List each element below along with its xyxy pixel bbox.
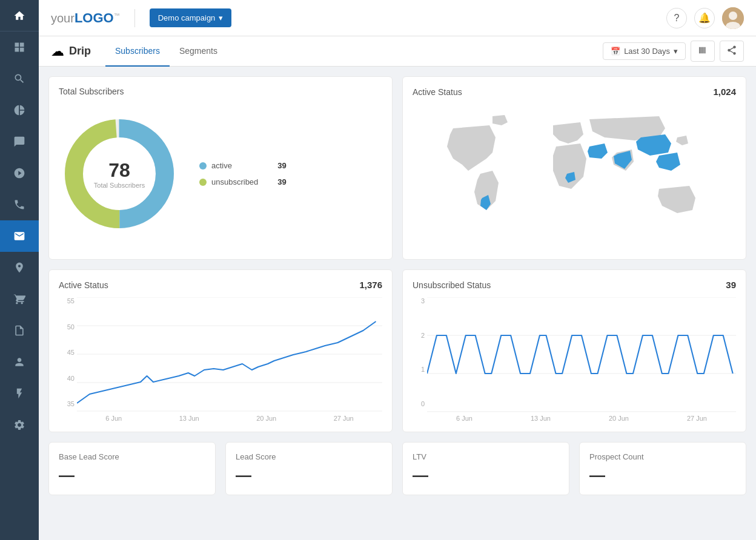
columns-button[interactable] [691, 41, 715, 62]
bottom-row: Base Lead Score — Lead Score — LTV — Pro… [48, 442, 746, 495]
help-icon: ? [674, 13, 680, 24]
world-map [413, 104, 736, 249]
subnav-tabs: Subscribers Segments [105, 36, 227, 67]
drip-title: Drip [69, 45, 91, 58]
x-label-13jun: 13 Jun [179, 415, 199, 422]
sidebar-item-reports[interactable] [0, 94, 39, 126]
base-lead-score-card: Base Lead Score — [48, 442, 216, 495]
sidebar-item-users[interactable] [0, 346, 39, 378]
date-filter-label: Last 30 Days [624, 47, 670, 56]
legend-item-active: active 39 [199, 161, 287, 170]
top-row: Total Subscribers 78 [48, 76, 746, 260]
unsubscribed-dot [199, 179, 207, 186]
x-label-20jun-unsub: 20 Jun [609, 415, 629, 422]
sidebar-item-dashboard[interactable] [0, 31, 39, 63]
total-subscribers-card: Total Subscribers 78 [48, 76, 393, 260]
active-status-map-card: Active Status 1,024 [402, 76, 746, 260]
sidebar-item-home[interactable] [0, 0, 39, 31]
sidebar-item-calls[interactable] [0, 189, 39, 220]
sidebar-item-location[interactable] [0, 252, 39, 283]
active-status-chart-header: Active Status 1,376 [59, 280, 382, 290]
avatar[interactable] [722, 7, 744, 29]
x-label-6jun: 6 Jun [105, 415, 122, 422]
sidebar-item-email[interactable] [0, 220, 39, 252]
date-filter-button[interactable]: 📅 Last 30 Days ▾ [603, 42, 686, 60]
y-label-0: 0 [413, 400, 425, 407]
x-label-20jun: 20 Jun [256, 415, 276, 422]
help-button[interactable]: ? [666, 8, 687, 28]
y-label-45: 45 [59, 349, 75, 356]
ltv-value: — [413, 466, 559, 485]
y-label-55: 55 [59, 297, 75, 305]
calendar-icon: 📅 [611, 47, 620, 56]
logo-area: yourLOGO™ Demo campaign ▾ [51, 8, 231, 27]
y-label-50: 50 [59, 323, 75, 331]
lead-score-value: — [236, 466, 382, 485]
unsub-line-chart [427, 297, 736, 412]
divider [134, 9, 135, 27]
unsubscribed-status-chart-value: 39 [726, 280, 736, 290]
sidebar-item-broadcast[interactable] [0, 157, 39, 189]
notifications-button[interactable]: 🔔 [694, 8, 715, 28]
main-area: yourLOGO™ Demo campaign ▾ ? 🔔 ☁ Drip [39, 0, 756, 540]
unsubscribed-count: 39 [263, 177, 286, 186]
unsubscribed-status-chart-header: Unsubscribed Status 39 [413, 280, 736, 290]
sidebar-item-ecommerce[interactable] [0, 283, 39, 315]
columns-icon [697, 45, 708, 58]
sidebar-item-settings[interactable] [0, 409, 39, 441]
x-label-13jun-unsub: 13 Jun [531, 415, 551, 422]
subnav-brand: ☁ Drip [51, 44, 91, 59]
share-button[interactable] [720, 41, 744, 62]
ltv-title: LTV [413, 452, 559, 461]
base-lead-score-value: — [59, 466, 205, 485]
x-label-27jun: 27 Jun [334, 415, 354, 422]
y-label-3: 3 [413, 297, 425, 305]
legend-item-unsubscribed: unsubscribed 39 [199, 177, 287, 186]
active-status-chart-title: Active Status [59, 280, 108, 290]
bell-icon: 🔔 [698, 12, 711, 24]
active-line-chart [77, 297, 382, 412]
campaign-button[interactable]: Demo campaign ▾ [150, 8, 232, 27]
tab-segments[interactable]: Segments [170, 36, 227, 67]
content: Total Subscribers 78 [39, 67, 756, 540]
donut-area: 78 Total Subscribers active 39 unsubscri [59, 104, 382, 244]
active-status-map-title: Active Status [413, 87, 462, 97]
chart-with-xaxis: 6 Jun 13 Jun 20 Jun 27 Jun [77, 297, 382, 422]
sidebar-item-messages[interactable] [0, 126, 39, 157]
active-status-map-header: Active Status 1,024 [413, 87, 736, 97]
x-label-27jun-unsub: 27 Jun [687, 415, 707, 422]
y-axis-unsub: 3 2 1 0 [413, 297, 427, 422]
total-subscribers-title: Total Subscribers [59, 87, 124, 96]
sidebar [0, 0, 39, 540]
total-subscribers-header: Total Subscribers [59, 87, 382, 96]
tab-subscribers[interactable]: Subscribers [105, 36, 170, 67]
ltv-card: LTV — [402, 442, 569, 495]
logo: yourLOGO™ [51, 10, 120, 26]
share-icon [726, 45, 737, 58]
y-label-35: 35 [59, 400, 75, 407]
middle-row: Active Status 1,376 55 50 45 40 35 [48, 269, 746, 432]
lead-score-title: Lead Score [236, 452, 382, 461]
dropdown-chevron-icon: ▾ [219, 13, 223, 22]
y-label-2: 2 [413, 332, 425, 339]
sidebar-item-reports2[interactable] [0, 315, 39, 346]
unsub-chart-with-xaxis: 6 Jun 13 Jun 20 Jun 27 Jun [427, 297, 736, 422]
campaign-label: Demo campaign [158, 13, 216, 22]
subnav-right: 📅 Last 30 Days ▾ [603, 41, 744, 62]
active-dot [199, 162, 207, 170]
topbar: yourLOGO™ Demo campaign ▾ ? 🔔 [39, 0, 756, 36]
active-label: active [211, 161, 232, 170]
lead-score-card: Lead Score — [225, 442, 393, 495]
chevron-down-icon: ▾ [674, 47, 678, 56]
sidebar-item-search[interactable] [0, 63, 39, 94]
active-chart-area: 55 50 45 40 35 [59, 297, 382, 422]
svg-point-1 [729, 12, 737, 20]
unsubscribed-label: unsubscribed [211, 177, 258, 186]
topbar-right: ? 🔔 [666, 7, 744, 29]
base-lead-score-title: Base Lead Score [59, 452, 205, 461]
active-count: 39 [263, 161, 286, 170]
y-label-40: 40 [59, 375, 75, 382]
donut-number: 78 [94, 159, 145, 182]
sidebar-item-integrations[interactable] [0, 378, 39, 409]
x-label-6jun-unsub: 6 Jun [456, 415, 472, 422]
